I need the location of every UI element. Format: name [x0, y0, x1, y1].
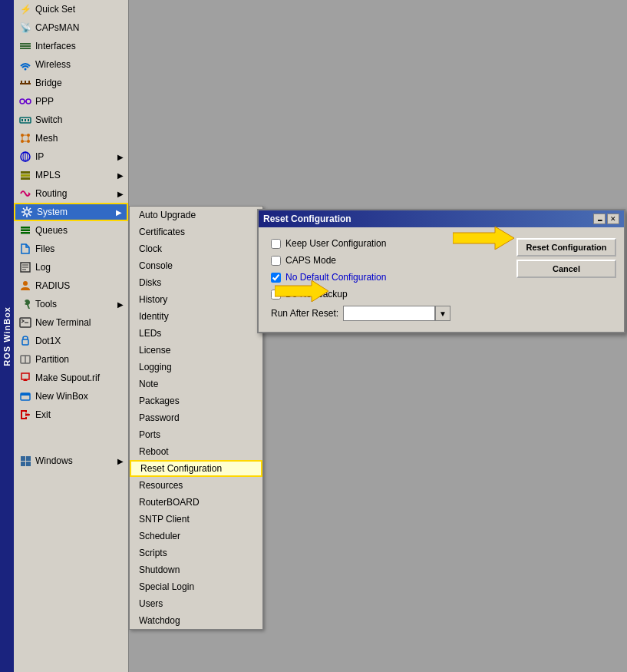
sidebar-item-tools[interactable]: Tools ▶: [14, 295, 128, 313]
sidebar-label-log: Log: [35, 262, 51, 273]
svg-rect-53: [26, 462, 31, 466]
submenu-ports[interactable]: Ports: [130, 426, 262, 443]
submenu-license[interactable]: License: [130, 342, 262, 359]
svg-rect-12: [21, 119, 23, 121]
svg-point-9: [26, 99, 31, 104]
sidebar-item-mpls[interactable]: MPLS ▶: [14, 166, 128, 184]
windows-icon: [18, 454, 32, 468]
sidebar-label-windows: Windows: [35, 455, 73, 466]
sidebar-item-bridge[interactable]: Bridge: [14, 74, 128, 92]
submenu-clock[interactable]: Clock: [130, 240, 262, 257]
sidebar-item-exit[interactable]: Exit: [14, 406, 128, 424]
ppp-icon: [18, 94, 32, 108]
sidebar-label-exit: Exit: [35, 409, 51, 420]
bridge-icon: [18, 76, 32, 90]
sidebar-item-dot1x[interactable]: Dot1X: [14, 332, 128, 350]
submenu-packages[interactable]: Packages: [130, 392, 262, 409]
submenu-special-login[interactable]: Special Login: [130, 578, 262, 595]
sidebar-label-dot1x: Dot1X: [35, 336, 61, 346]
sidebar-item-queues[interactable]: Queues: [14, 221, 128, 240]
sidebar-item-ppp[interactable]: PPP: [14, 92, 128, 111]
reset-configuration-dialog: Reset Configuration 🗕 ✕ Keep User Config…: [257, 209, 625, 333]
system-arrow: ▶: [116, 208, 122, 217]
sidebar-item-files[interactable]: Files: [14, 240, 128, 258]
sidebar-item-switch[interactable]: Switch: [14, 111, 128, 129]
submenu-history[interactable]: History: [130, 291, 262, 308]
sidebar-item-make-supout[interactable]: Make Supout.rif: [14, 369, 128, 387]
svg-marker-54: [453, 227, 514, 250]
new-terminal-icon: [18, 316, 32, 329]
sidebar-item-new-winbox[interactable]: New WinBox: [14, 387, 128, 406]
caps-mode-checkbox[interactable]: [271, 256, 281, 266]
submenu-scripts[interactable]: Scripts: [130, 545, 262, 561]
submenu-logging[interactable]: Logging: [130, 359, 262, 376]
radius-icon: [18, 279, 32, 293]
mpls-icon: [18, 168, 32, 182]
dialog-window-controls: 🗕 ✕: [593, 214, 619, 224]
svg-rect-50: [21, 456, 25, 461]
run-after-reset-row: Run After Reset: ▼: [271, 306, 500, 321]
svg-rect-27: [21, 174, 30, 177]
sidebar-item-radius[interactable]: RADIUS: [14, 276, 128, 295]
submenu-shutdown[interactable]: Shutdown: [130, 561, 262, 578]
submenu-auto-upgrade[interactable]: Auto Upgrade: [130, 207, 262, 223]
cancel-btn[interactable]: Cancel: [516, 260, 616, 278]
keep-user-config-checkbox[interactable]: [271, 239, 281, 249]
ip-icon: [18, 150, 32, 164]
submenu-identity[interactable]: Identity: [130, 308, 262, 325]
svg-rect-41: [22, 339, 28, 345]
sidebar-label-make-supout: Make Supout.rif: [35, 372, 100, 383]
sidebar-item-partition[interactable]: Partition: [14, 350, 128, 369]
submenu-users[interactable]: Users: [130, 595, 262, 612]
submenu-console[interactable]: Console: [130, 257, 262, 274]
svg-rect-26: [21, 171, 30, 174]
svg-rect-47: [21, 393, 30, 396]
svg-rect-0: [20, 43, 31, 45]
sidebar-label-radius: RADIUS: [35, 280, 70, 291]
submenu-reboot[interactable]: Reboot: [130, 443, 262, 460]
run-after-dropdown-btn[interactable]: ▼: [435, 306, 450, 321]
svg-rect-7: [28, 81, 30, 84]
svg-rect-33: [21, 232, 30, 234]
submenu-disks[interactable]: Disks: [130, 274, 262, 291]
dialog-action-buttons: Reset Configuration Cancel: [516, 238, 616, 278]
sidebar-item-capsman[interactable]: 📡 CAPsMAN: [14, 18, 128, 37]
submenu-password[interactable]: Password: [130, 409, 262, 426]
system-submenu: Auto Upgrade Certificates Clock Console …: [129, 206, 263, 630]
submenu-leds[interactable]: LEDs: [130, 325, 262, 342]
sidebar-item-wireless[interactable]: Wireless: [14, 55, 128, 74]
sidebar-label-queues: Queues: [35, 225, 68, 236]
sidebar-label-ip: IP: [35, 151, 44, 162]
submenu-note[interactable]: Note: [130, 376, 262, 392]
sidebar-item-windows[interactable]: Windows ▶: [14, 452, 128, 470]
sidebar-label-capsman: CAPsMAN: [35, 22, 79, 33]
svg-rect-1: [20, 45, 31, 47]
submenu-certificates[interactable]: Certificates: [130, 223, 262, 240]
app-title: ROS WinBox: [2, 306, 12, 366]
submenu-resources[interactable]: Resources: [130, 477, 262, 494]
submenu-sntp-client[interactable]: SNTP Client: [130, 511, 262, 528]
sidebar-item-quick-set[interactable]: ⚡ Quick Set: [14, 0, 128, 18]
ip-arrow: ▶: [117, 153, 124, 161]
submenu-scheduler[interactable]: Scheduler: [130, 528, 262, 545]
tools-icon: [18, 297, 32, 311]
run-after-reset-input[interactable]: [343, 306, 435, 321]
svg-marker-55: [275, 280, 328, 302]
svg-rect-44: [21, 373, 29, 379]
sidebar-label-files: Files: [35, 243, 54, 254]
log-icon: [18, 260, 32, 274]
svg-rect-5: [21, 81, 22, 84]
reset-configuration-btn[interactable]: Reset Configuration: [516, 238, 616, 257]
submenu-routerboard[interactable]: RouterBOARD: [130, 494, 262, 511]
sidebar-item-log[interactable]: Log: [14, 258, 128, 276]
sidebar-item-routing[interactable]: Routing ▶: [14, 184, 128, 203]
sidebar-item-system[interactable]: System ▶: [14, 203, 128, 221]
submenu-watchdog[interactable]: Watchdog: [130, 612, 262, 629]
submenu-reset-configuration[interactable]: Reset Configuration: [130, 460, 262, 477]
sidebar-item-interfaces[interactable]: Interfaces: [14, 37, 128, 55]
sidebar-item-mesh[interactable]: Mesh: [14, 129, 128, 147]
dialog-close-btn[interactable]: ✕: [607, 214, 619, 224]
sidebar-item-ip[interactable]: IP ▶: [14, 147, 128, 166]
sidebar-item-new-terminal[interactable]: New Terminal: [14, 313, 128, 332]
dialog-minimize-btn[interactable]: 🗕: [593, 214, 606, 224]
